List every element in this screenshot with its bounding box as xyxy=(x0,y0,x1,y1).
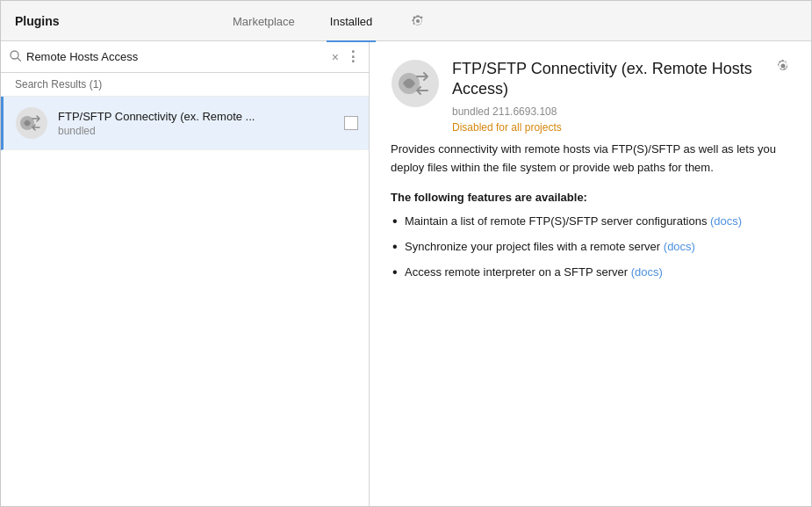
plugin-item-name: FTP/SFTP Connectivity (ex. Remote ... xyxy=(58,110,337,123)
search-results-label: Search Results (1) xyxy=(1,73,369,97)
plugin-large-icon xyxy=(391,59,440,108)
features-list: Maintain a list of remote FTP(S)/SFTP se… xyxy=(391,213,790,281)
plugin-enable-checkbox[interactable] xyxy=(344,116,358,130)
list-item[interactable]: FTP/SFTP Connectivity (ex. Remote ... bu… xyxy=(1,97,369,150)
plugin-version: bundled 211.6693.108 xyxy=(452,105,769,118)
plugin-item-info: FTP/SFTP Connectivity (ex. Remote ... bu… xyxy=(58,110,337,137)
docs-link-0[interactable]: (docs) xyxy=(710,214,742,228)
list-item: Synchronize your project files with a re… xyxy=(391,238,790,257)
plugin-list: FTP/SFTP Connectivity (ex. Remote ... bu… xyxy=(1,97,369,506)
list-item: Maintain a list of remote FTP(S)/SFTP se… xyxy=(391,213,790,231)
search-icon xyxy=(10,50,21,64)
plugin-status: Disabled for all projects xyxy=(452,121,769,134)
plugin-detail-title: FTP/SFTP Connectivity (ex. Remote Hosts … xyxy=(452,59,769,100)
search-input[interactable] xyxy=(26,50,325,63)
tab-bar: Marketplace Installed xyxy=(229,1,425,41)
plugin-title-area: FTP/SFTP Connectivity (ex. Remote Hosts … xyxy=(452,59,769,134)
docs-link-2[interactable]: (docs) xyxy=(631,265,663,279)
tab-marketplace[interactable]: Marketplace xyxy=(229,2,298,42)
docs-link-1[interactable]: (docs) xyxy=(664,240,695,253)
plugin-description: Provides connectivity with remote hosts … xyxy=(391,141,790,177)
plugin-item-meta: bundled xyxy=(58,125,337,137)
plugin-icon xyxy=(14,105,49,141)
right-panel: FTP/SFTP Connectivity (ex. Remote Hosts … xyxy=(370,41,811,506)
tab-installed[interactable]: Installed xyxy=(327,2,376,42)
search-clear-button[interactable]: × xyxy=(330,50,341,64)
main-content: × ⋮ Search Results (1) xyxy=(1,41,811,506)
plugin-detail-header: FTP/SFTP Connectivity (ex. Remote Hosts … xyxy=(391,59,790,134)
header: Plugins Marketplace Installed xyxy=(1,1,811,41)
settings-gear-icon[interactable] xyxy=(411,14,425,28)
features-heading: The following features are available: xyxy=(391,191,790,204)
search-bar: × ⋮ xyxy=(1,41,369,73)
plugins-dialog: Plugins Marketplace Installed xyxy=(0,0,812,507)
svg-line-1 xyxy=(18,58,21,62)
svg-point-6 xyxy=(781,64,786,69)
plugin-settings-icon[interactable] xyxy=(776,59,790,76)
left-panel: × ⋮ Search Results (1) xyxy=(1,41,370,506)
list-item: Access remote interpreter on a SFTP serv… xyxy=(391,264,790,282)
dialog-title: Plugins xyxy=(15,14,60,28)
search-more-button[interactable]: ⋮ xyxy=(346,48,360,65)
